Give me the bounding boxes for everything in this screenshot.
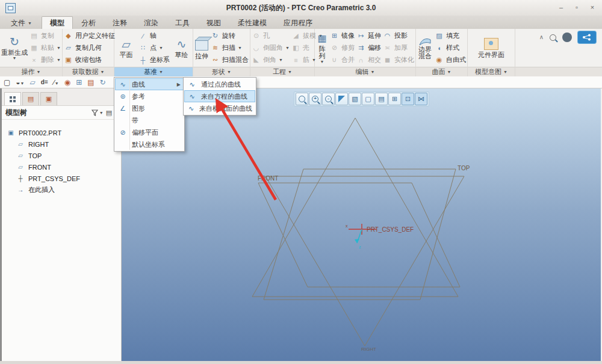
submenu-item-curve-from-equation[interactable]: ∿ 来自方程的曲线 [184,90,255,102]
freestyle-button[interactable]: ◉自由式 [435,54,466,66]
style-button[interactable]: ◖样式 [435,42,466,54]
view-manager-icon[interactable]: ▤ [375,93,388,105]
chamfer-button[interactable]: ◣倒角▼ [252,54,290,66]
thicken-button[interactable]: ≍加厚 [383,42,414,54]
solidify-button[interactable]: ◼实体化 [383,54,414,66]
group-label-operations[interactable]: 操作▼ [0,67,62,76]
copy-button[interactable]: ▤复制 [29,30,61,42]
group-label-editing[interactable]: 编辑▼ [315,67,415,76]
close-button[interactable]: × [588,3,597,11]
collapse-ribbon-icon[interactable]: ∧ [539,34,544,40]
group-label-model-intent[interactable]: 模型意图▼ [468,67,515,76]
maximize-button[interactable]: ▫ [572,3,582,11]
appearance-sphere-icon[interactable]: ◒▼ [16,78,24,87]
mirror-button[interactable]: ⊞镜像 [330,30,355,42]
shell-icon: ◧ [291,44,300,52]
tab-applications[interactable]: 应用程序 [275,16,321,29]
file-menu-button[interactable]: 文件▼ [5,17,38,29]
component-interface-button[interactable]: 元件界面 [477,30,505,66]
tree-item-front[interactable]: ▱ FRONT [2,161,121,173]
tree-item-right[interactable]: ▱ RIGHT [2,138,121,150]
annotation-display-icon[interactable]: ⊡ [402,93,414,105]
submenu-item-curve-from-cross-section[interactable]: ∿ 来自横截面的曲线 [184,102,255,114]
tab-favorites[interactable]: ▣ [40,92,57,105]
new-layer-icon[interactable]: ▢ [4,78,10,87]
group-label-surfaces[interactable]: 曲面▼ [416,67,467,76]
shrinkwrap-button[interactable]: ▣收缩包络 [64,54,115,66]
point-button[interactable]: ∷点▼ [138,42,170,54]
paste-button[interactable]: ▦粘贴▼ [29,42,61,54]
menu-item-references[interactable]: ⊚ 参考 [115,90,184,102]
merge-button[interactable]: ∪合并 [330,54,355,66]
tab-folder-browser[interactable]: ▤ [22,92,39,105]
user-icon[interactable] [562,32,572,42]
tree-item-part[interactable]: ▣ PRT0002.PRT [2,127,121,138]
tab-model-tree[interactable] [4,92,21,105]
trim-button[interactable]: ⊘修剪 [330,42,355,54]
swept-blend-button[interactable]: ∾扫描混合 [211,54,249,66]
plane-button[interactable]: ▱ 平面 [116,30,137,66]
menu-item-graph[interactable]: ∠ 图形 [115,102,184,114]
graphics-area[interactable]: x z FRONT TOP PRT_CSYS_DEF RIGHT + - ▧ ▢… [122,88,602,361]
menu-item-default-csys[interactable]: 默认坐标系 [115,138,184,150]
gauge-icon[interactable]: ◉ [64,78,70,87]
saved-orientations-icon[interactable]: ▢ [362,93,374,105]
display-style-icon[interactable]: ▧ [349,93,361,105]
tree-item-csys[interactable]: ┼ PRT_CSYS_DEF [2,173,121,184]
tab-view[interactable]: 视图 [198,16,229,29]
pattern-button[interactable]: ▦ 阵列▼ [316,30,328,66]
model-tree-panel: ▤ ▣ 模型树 ▼ ▤▼ ▣ PRT0002.PRT ▱ RIGHT [2,88,122,361]
zoom-in-icon[interactable]: + [309,93,321,105]
delete-button[interactable]: ×删除▼ [29,54,61,66]
revolve-button[interactable]: ↻旋转 [211,30,249,42]
round-button[interactable]: ◡倒圆角▼ [252,42,290,54]
group-label-datum[interactable]: 基准▼ [114,67,193,76]
zoom-out-icon[interactable]: - [322,93,335,105]
tree-item-insert-here[interactable]: → 在此插入 [2,184,121,196]
refit-icon[interactable] [335,93,348,105]
copy-geometry-button[interactable]: ▱复制几何 [64,42,115,54]
spin-center-icon[interactable]: ⋈ [415,93,427,105]
share-network-icon[interactable] [578,31,596,43]
zoom-region-icon[interactable] [296,93,308,105]
display-plane-icon[interactable]: ▱ [30,78,36,87]
tree-filters-button[interactable]: ▼ [92,110,104,116]
hole-button[interactable]: ⊙孔 [252,30,290,42]
component-icon[interactable]: ⊞ [76,78,82,87]
tree-item-top[interactable]: ▱ TOP [2,150,121,161]
csys-button[interactable]: ┼坐标系 [138,54,170,66]
offset-button[interactable]: ⇉偏移 [356,42,381,54]
menu-item-offset-planes[interactable]: ⊘ 偏移平面 [115,126,184,138]
boundary-blend-button[interactable]: 边界混合 [417,30,433,66]
tab-tools[interactable]: 工具 [167,16,198,29]
sweep-button[interactable]: ≋扫描▼ [211,42,249,54]
udf-button[interactable]: ◆用户定义特征 [64,30,115,42]
sketch-button[interactable]: ∿ 草绘 [172,30,191,66]
submenu-item-curve-through-points[interactable]: ∿ 通过点的曲线 [184,78,255,90]
extrude-button[interactable]: 拉伸 [194,30,209,66]
minimize-button[interactable]: – [556,3,566,11]
group-label-engineering[interactable]: 工程▼ [250,67,314,76]
tab-flexible-modeling[interactable]: 柔性建模 [229,16,275,29]
datum-display-filters-icon[interactable]: ⊞ [388,93,401,105]
eraser-icon[interactable]: ∕▼ [54,78,59,87]
redo-icon[interactable]: ↻ [100,78,106,87]
group-label-get-data[interactable]: 获取数据▼ [63,67,114,76]
folder-edit-icon[interactable]: ▤ [87,78,94,87]
menu-item-curve[interactable]: ∿ 曲线 ▶ [115,78,184,90]
dimension-icon[interactable]: d= [41,79,48,85]
axis-button[interactable]: ∕轴 [138,30,170,42]
menu-item-ribbon[interactable]: 带 [115,114,184,126]
search-icon[interactable] [550,34,556,41]
fill-button[interactable]: ▨填充 [435,30,466,42]
tab-render[interactable]: 渲染 [135,16,167,29]
project-button[interactable]: ◠投影 [383,30,414,42]
intersect-button[interactable]: ∩相交 [356,54,381,66]
extend-icon: ↦ [356,32,365,40]
regenerate-button[interactable]: ↻ 重新生成▼ [1,30,28,66]
tab-model[interactable]: 模型 [42,16,73,29]
tab-analysis[interactable]: 分析 [73,16,104,29]
group-label-shapes[interactable]: 形状▼ [193,67,250,76]
extend-button[interactable]: ↦延伸 [356,30,381,42]
tab-annotate[interactable]: 注释 [104,16,135,29]
